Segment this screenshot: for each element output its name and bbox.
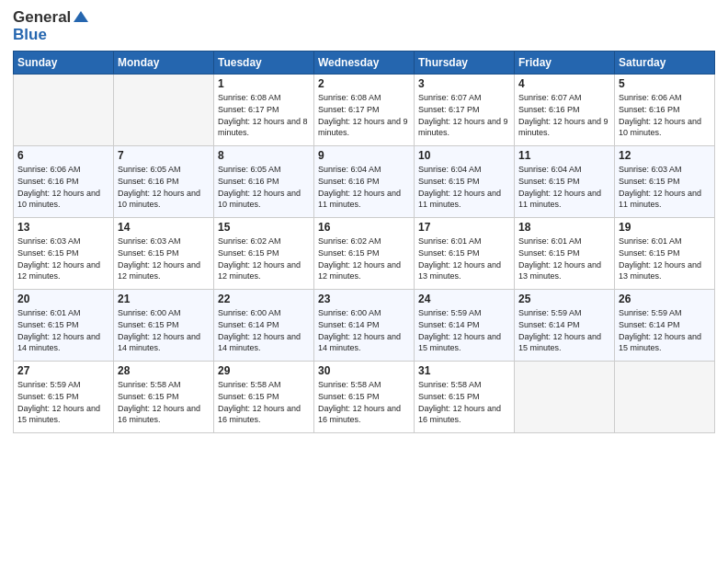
- calendar-cell: 13Sunrise: 6:03 AM Sunset: 6:15 PM Dayli…: [14, 218, 114, 290]
- day-info: Sunrise: 6:04 AM Sunset: 6:15 PM Dayligh…: [518, 164, 610, 210]
- day-header-wednesday: Wednesday: [314, 52, 415, 75]
- day-info: Sunrise: 5:58 AM Sunset: 6:15 PM Dayligh…: [418, 379, 510, 425]
- day-number: 4: [518, 77, 610, 90]
- day-header-saturday: Saturday: [615, 52, 715, 75]
- week-row-3: 13Sunrise: 6:03 AM Sunset: 6:15 PM Dayli…: [14, 218, 715, 290]
- calendar-cell: 12Sunrise: 6:03 AM Sunset: 6:15 PM Dayli…: [615, 146, 715, 218]
- day-info: Sunrise: 6:05 AM Sunset: 6:16 PM Dayligh…: [218, 164, 310, 210]
- calendar-cell: 4Sunrise: 6:07 AM Sunset: 6:16 PM Daylig…: [515, 75, 615, 146]
- calendar-cell: 17Sunrise: 6:01 AM Sunset: 6:15 PM Dayli…: [415, 218, 515, 290]
- day-info: Sunrise: 5:59 AM Sunset: 6:14 PM Dayligh…: [619, 307, 711, 353]
- day-info: Sunrise: 6:03 AM Sunset: 6:15 PM Dayligh…: [118, 236, 210, 282]
- calendar-cell: 20Sunrise: 6:01 AM Sunset: 6:15 PM Dayli…: [14, 290, 114, 362]
- day-number: 24: [418, 293, 510, 305]
- calendar-cell: 5Sunrise: 6:06 AM Sunset: 6:16 PM Daylig…: [615, 75, 715, 146]
- calendar-cell: 30Sunrise: 5:58 AM Sunset: 6:15 PM Dayli…: [314, 362, 415, 433]
- calendar-cell: 28Sunrise: 5:58 AM Sunset: 6:15 PM Dayli…: [114, 362, 214, 433]
- day-number: 22: [218, 293, 310, 305]
- day-number: 18: [518, 221, 610, 234]
- day-number: 7: [118, 149, 210, 162]
- calendar-cell: 27Sunrise: 5:59 AM Sunset: 6:15 PM Dayli…: [14, 362, 114, 433]
- calendar-cell: [615, 362, 715, 433]
- day-info: Sunrise: 5:59 AM Sunset: 6:14 PM Dayligh…: [418, 307, 510, 353]
- day-info: Sunrise: 6:02 AM Sunset: 6:15 PM Dayligh…: [218, 236, 310, 282]
- day-number: 2: [318, 77, 410, 90]
- day-info: Sunrise: 6:03 AM Sunset: 6:15 PM Dayligh…: [619, 164, 711, 210]
- header: General Blue: [13, 9, 715, 43]
- day-header-friday: Friday: [515, 52, 615, 75]
- calendar-cell: [114, 75, 214, 146]
- day-number: 5: [619, 77, 711, 90]
- calendar-cell: 9Sunrise: 6:04 AM Sunset: 6:16 PM Daylig…: [314, 146, 415, 218]
- calendar-cell: 2Sunrise: 6:08 AM Sunset: 6:17 PM Daylig…: [314, 75, 415, 146]
- day-number: 14: [118, 221, 210, 234]
- day-number: 3: [418, 77, 510, 90]
- logo: General Blue: [13, 9, 88, 43]
- day-info: Sunrise: 6:00 AM Sunset: 6:15 PM Dayligh…: [118, 307, 210, 353]
- day-number: 1: [218, 77, 310, 90]
- calendar-cell: 6Sunrise: 6:06 AM Sunset: 6:16 PM Daylig…: [14, 146, 114, 218]
- calendar-cell: [515, 362, 615, 433]
- logo-area: General Blue: [13, 9, 88, 43]
- day-number: 29: [218, 364, 310, 377]
- day-number: 16: [318, 221, 410, 234]
- week-row-2: 6Sunrise: 6:06 AM Sunset: 6:16 PM Daylig…: [14, 146, 715, 218]
- calendar-cell: 1Sunrise: 6:08 AM Sunset: 6:17 PM Daylig…: [214, 75, 314, 146]
- day-info: Sunrise: 6:03 AM Sunset: 6:15 PM Dayligh…: [17, 236, 109, 282]
- day-info: Sunrise: 6:01 AM Sunset: 6:15 PM Dayligh…: [17, 307, 109, 353]
- calendar-cell: 25Sunrise: 5:59 AM Sunset: 6:14 PM Dayli…: [515, 290, 615, 362]
- calendar-cell: [14, 75, 114, 146]
- day-info: Sunrise: 6:08 AM Sunset: 6:17 PM Dayligh…: [218, 92, 310, 138]
- calendar-table: SundayMondayTuesdayWednesdayThursdayFrid…: [13, 51, 715, 433]
- day-number: 10: [418, 149, 510, 162]
- day-number: 21: [118, 293, 210, 305]
- page: General Blue SundayMondayTuesdayWednesda…: [0, 0, 728, 563]
- day-info: Sunrise: 6:01 AM Sunset: 6:15 PM Dayligh…: [619, 236, 711, 282]
- calendar-cell: 18Sunrise: 6:01 AM Sunset: 6:15 PM Dayli…: [515, 218, 615, 290]
- day-number: 15: [218, 221, 310, 234]
- day-info: Sunrise: 6:04 AM Sunset: 6:16 PM Dayligh…: [318, 164, 410, 210]
- calendar-cell: 22Sunrise: 6:00 AM Sunset: 6:14 PM Dayli…: [214, 290, 314, 362]
- day-info: Sunrise: 5:58 AM Sunset: 6:15 PM Dayligh…: [218, 379, 310, 425]
- day-header-tuesday: Tuesday: [214, 52, 314, 75]
- day-info: Sunrise: 5:59 AM Sunset: 6:15 PM Dayligh…: [17, 379, 109, 425]
- calendar-cell: 24Sunrise: 5:59 AM Sunset: 6:14 PM Dayli…: [415, 290, 515, 362]
- day-info: Sunrise: 6:06 AM Sunset: 6:16 PM Dayligh…: [619, 92, 711, 138]
- day-number: 31: [418, 364, 510, 377]
- calendar-cell: 10Sunrise: 6:04 AM Sunset: 6:15 PM Dayli…: [415, 146, 515, 218]
- calendar-cell: 15Sunrise: 6:02 AM Sunset: 6:15 PM Dayli…: [214, 218, 314, 290]
- day-number: 27: [17, 364, 109, 377]
- day-info: Sunrise: 6:06 AM Sunset: 6:16 PM Dayligh…: [17, 164, 109, 210]
- calendar-cell: 21Sunrise: 6:00 AM Sunset: 6:15 PM Dayli…: [114, 290, 214, 362]
- day-number: 19: [619, 221, 711, 234]
- day-number: 30: [318, 364, 410, 377]
- day-info: Sunrise: 6:07 AM Sunset: 6:17 PM Dayligh…: [418, 92, 510, 138]
- calendar-cell: 8Sunrise: 6:05 AM Sunset: 6:16 PM Daylig…: [214, 146, 314, 218]
- day-info: Sunrise: 5:58 AM Sunset: 6:15 PM Dayligh…: [118, 379, 210, 425]
- calendar-cell: 16Sunrise: 6:02 AM Sunset: 6:15 PM Dayli…: [314, 218, 415, 290]
- calendar-cell: 26Sunrise: 5:59 AM Sunset: 6:14 PM Dayli…: [615, 290, 715, 362]
- day-info: Sunrise: 6:01 AM Sunset: 6:15 PM Dayligh…: [518, 236, 610, 282]
- day-number: 25: [518, 293, 610, 305]
- week-row-1: 1Sunrise: 6:08 AM Sunset: 6:17 PM Daylig…: [14, 75, 715, 146]
- day-info: Sunrise: 6:08 AM Sunset: 6:17 PM Dayligh…: [318, 92, 410, 138]
- day-number: 13: [17, 221, 109, 234]
- day-number: 6: [17, 149, 109, 162]
- calendar-cell: 29Sunrise: 5:58 AM Sunset: 6:15 PM Dayli…: [214, 362, 314, 433]
- calendar-cell: 31Sunrise: 5:58 AM Sunset: 6:15 PM Dayli…: [415, 362, 515, 433]
- day-header-sunday: Sunday: [14, 52, 114, 75]
- calendar-cell: 19Sunrise: 6:01 AM Sunset: 6:15 PM Dayli…: [615, 218, 715, 290]
- day-header-thursday: Thursday: [415, 52, 515, 75]
- day-info: Sunrise: 6:04 AM Sunset: 6:15 PM Dayligh…: [418, 164, 510, 210]
- days-header-row: SundayMondayTuesdayWednesdayThursdayFrid…: [14, 52, 715, 75]
- day-header-monday: Monday: [114, 52, 214, 75]
- day-info: Sunrise: 6:00 AM Sunset: 6:14 PM Dayligh…: [318, 307, 410, 353]
- day-info: Sunrise: 5:58 AM Sunset: 6:15 PM Dayligh…: [318, 379, 410, 425]
- calendar-cell: 7Sunrise: 6:05 AM Sunset: 6:16 PM Daylig…: [114, 146, 214, 218]
- day-info: Sunrise: 5:59 AM Sunset: 6:14 PM Dayligh…: [518, 307, 610, 353]
- day-number: 9: [318, 149, 410, 162]
- day-number: 8: [218, 149, 310, 162]
- day-info: Sunrise: 6:02 AM Sunset: 6:15 PM Dayligh…: [318, 236, 410, 282]
- day-number: 26: [619, 293, 711, 305]
- calendar-cell: 23Sunrise: 6:00 AM Sunset: 6:14 PM Dayli…: [314, 290, 415, 362]
